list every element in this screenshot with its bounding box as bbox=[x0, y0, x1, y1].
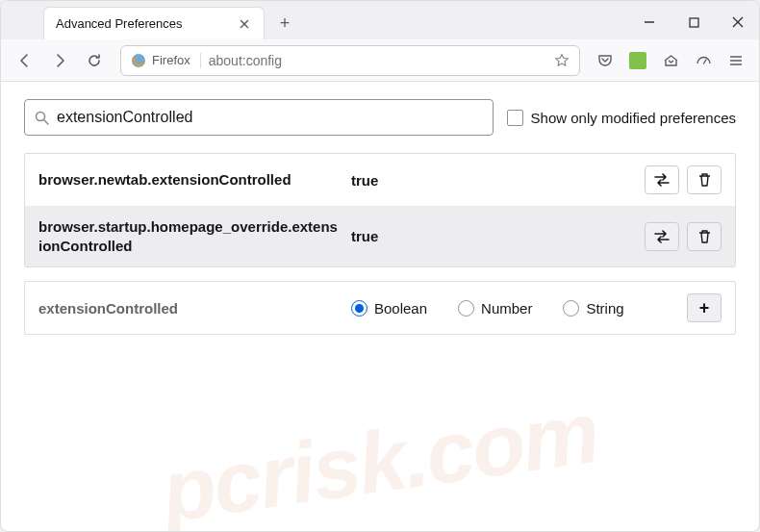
navigation-toolbar: Firefox about:config bbox=[1, 39, 759, 82]
radio-boolean[interactable]: Boolean bbox=[351, 300, 427, 317]
minimize-button[interactable] bbox=[636, 9, 663, 36]
preference-value: true bbox=[351, 228, 635, 244]
radio-icon bbox=[458, 300, 474, 317]
radio-icon bbox=[351, 300, 367, 317]
radio-number[interactable]: Number bbox=[458, 300, 532, 317]
back-button[interactable] bbox=[11, 46, 39, 75]
radio-label: String bbox=[586, 300, 623, 317]
search-row: Show only modified preferences bbox=[24, 99, 736, 136]
forward-button[interactable] bbox=[45, 46, 74, 75]
preference-name: browser.newtab.extensionControlled bbox=[38, 170, 342, 190]
radio-string[interactable]: String bbox=[563, 300, 623, 317]
preference-actions bbox=[645, 165, 722, 194]
preference-value: true bbox=[351, 172, 635, 189]
type-radio-group: Boolean Number String bbox=[351, 300, 677, 317]
preference-row: browser.newtab.extensionControlled true bbox=[25, 154, 735, 206]
pocket-icon[interactable] bbox=[592, 47, 619, 74]
delete-button[interactable] bbox=[687, 222, 722, 251]
close-window-button[interactable] bbox=[724, 9, 751, 36]
maximize-button[interactable] bbox=[680, 9, 707, 36]
browser-tab[interactable]: Advanced Preferences bbox=[43, 7, 265, 39]
svg-line-12 bbox=[44, 120, 48, 124]
radio-icon bbox=[563, 300, 579, 317]
checkbox-icon bbox=[507, 110, 523, 126]
url-text: about:config bbox=[209, 53, 546, 68]
toggle-button[interactable] bbox=[645, 165, 679, 194]
radio-label: Number bbox=[481, 300, 532, 317]
new-tab-button[interactable]: + bbox=[270, 9, 299, 38]
checkbox-label: Show only modified preferences bbox=[531, 110, 736, 126]
show-modified-checkbox[interactable]: Show only modified preferences bbox=[507, 110, 736, 126]
search-icon bbox=[35, 111, 49, 125]
browser-window: Advanced Preferences + Firefox about:con… bbox=[0, 0, 760, 532]
window-controls bbox=[636, 9, 751, 36]
search-box[interactable] bbox=[24, 99, 494, 136]
svg-point-11 bbox=[37, 112, 45, 120]
toggle-button[interactable] bbox=[645, 222, 679, 251]
svg-line-7 bbox=[703, 60, 706, 63]
svg-rect-1 bbox=[690, 18, 698, 27]
extension-icon[interactable] bbox=[624, 47, 651, 74]
bookmark-star-icon[interactable] bbox=[554, 53, 570, 68]
inbox-icon[interactable] bbox=[657, 47, 684, 74]
about-config-content: Show only modified preferences browser.n… bbox=[1, 82, 759, 352]
new-preference-row: extensionControlled Boolean Number Strin… bbox=[24, 281, 736, 335]
reload-button[interactable] bbox=[80, 46, 109, 75]
dashboard-icon[interactable] bbox=[690, 47, 717, 74]
identity-box[interactable]: Firefox bbox=[131, 53, 201, 68]
add-preference-button[interactable]: + bbox=[687, 293, 722, 322]
url-bar[interactable]: Firefox about:config bbox=[120, 45, 580, 76]
radio-label: Boolean bbox=[374, 300, 427, 317]
preference-name: browser.startup.homepage_override.extens… bbox=[38, 217, 342, 255]
firefox-logo-icon bbox=[131, 53, 146, 68]
new-preference-name: extensionControlled bbox=[38, 300, 342, 317]
search-input[interactable] bbox=[57, 109, 483, 126]
app-menu-button[interactable] bbox=[722, 47, 749, 74]
close-tab-icon[interactable] bbox=[237, 16, 252, 32]
preferences-table: browser.newtab.extensionControlled true … bbox=[24, 153, 736, 267]
identity-label: Firefox bbox=[152, 53, 190, 67]
preference-actions bbox=[645, 222, 722, 251]
watermark-text: pcrisk.com bbox=[156, 383, 603, 532]
tab-title: Advanced Preferences bbox=[56, 16, 229, 31]
delete-button[interactable] bbox=[687, 165, 722, 194]
preference-row: browser.startup.homepage_override.extens… bbox=[25, 206, 735, 266]
